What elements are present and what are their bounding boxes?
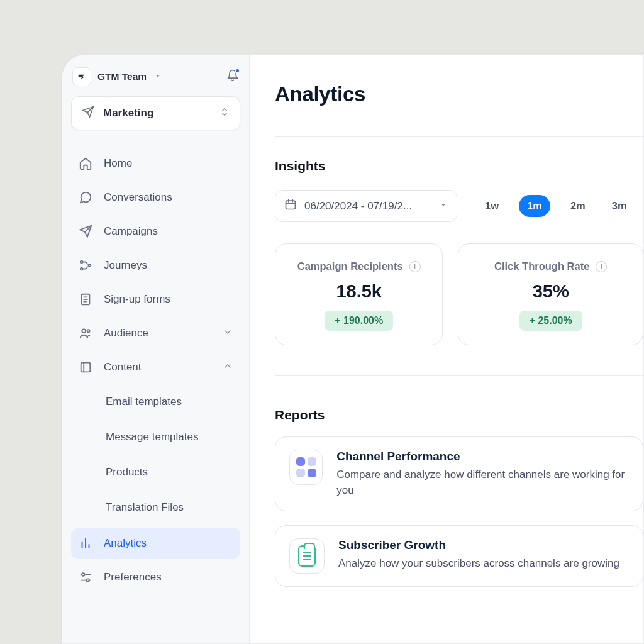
chevron-down-icon bbox=[154, 71, 162, 82]
brand-logo-icon bbox=[72, 67, 91, 86]
page-title: Analytics bbox=[275, 82, 643, 106]
team-switcher[interactable]: GTM Team bbox=[71, 66, 240, 92]
sidebar-item-label: Conversations bbox=[104, 191, 172, 204]
report-description: Compare and analyze how different channe… bbox=[336, 467, 629, 498]
card-value: 18.5k bbox=[288, 281, 430, 302]
date-range-picker[interactable]: 06/20/2024 - 07/19/2... bbox=[275, 190, 457, 222]
svg-rect-9 bbox=[286, 201, 296, 209]
branch-icon bbox=[79, 258, 92, 272]
insights-title: Insights bbox=[275, 158, 643, 174]
card-delta: + 190.00% bbox=[325, 311, 393, 331]
range-tabs: 1w 1m 2m 3m 6m 1y bbox=[479, 195, 643, 217]
report-title: Channel Performance bbox=[336, 450, 629, 464]
range-tab-3m[interactable]: 3m bbox=[606, 196, 633, 216]
reports-title: Reports bbox=[275, 408, 643, 423]
divider bbox=[275, 136, 643, 137]
card-label: Campaign Recipients bbox=[297, 260, 403, 272]
report-subscriber-growth[interactable]: Subscriber Growth Analyze how your subsc… bbox=[275, 525, 643, 587]
sliders-icon bbox=[79, 570, 92, 584]
svg-point-5 bbox=[87, 330, 89, 332]
range-tab-1m[interactable]: 1m bbox=[519, 195, 550, 217]
sidebar-item-home[interactable]: Home bbox=[71, 148, 240, 179]
insight-controls: 06/20/2024 - 07/19/2... 1w 1m 2m 3m 6m 1… bbox=[275, 190, 643, 222]
sidebar-item-label: Audience bbox=[104, 327, 148, 340]
chevron-down-icon bbox=[439, 200, 448, 213]
sidebar-item-audience[interactable]: Audience bbox=[71, 318, 240, 349]
app-window: GTM Team Marketing Home bbox=[62, 54, 644, 644]
notification-dot bbox=[235, 68, 240, 74]
svg-point-2 bbox=[89, 264, 91, 267]
card-campaign-recipients: Campaign Recipients i 18.5k + 190.00% bbox=[275, 243, 443, 345]
team-name: GTM Team bbox=[97, 71, 147, 82]
main-content: Analytics Insights 06/20/2024 - 07/19/2.… bbox=[250, 55, 643, 643]
sidebar-item-label: Campaigns bbox=[104, 225, 158, 238]
sidebar-item-label: Home bbox=[104, 157, 132, 170]
insight-cards: Campaign Recipients i 18.5k + 190.00% Cl… bbox=[275, 243, 643, 345]
range-tab-2m[interactable]: 2m bbox=[564, 196, 592, 216]
workspace-label: Marketing bbox=[103, 107, 153, 119]
report-channel-performance[interactable]: Channel Performance Compare and analyze … bbox=[275, 436, 643, 511]
sidebar-item-journeys[interactable]: Journeys bbox=[71, 250, 240, 281]
chevron-up-icon bbox=[223, 361, 233, 374]
svg-rect-6 bbox=[81, 363, 91, 372]
svg-point-4 bbox=[82, 329, 86, 333]
range-tab-1w[interactable]: 1w bbox=[479, 196, 505, 216]
sidebar-item-content[interactable]: Content bbox=[71, 352, 240, 383]
sidebar-subitem-email-templates[interactable]: Email templates bbox=[102, 384, 240, 419]
info-icon[interactable]: i bbox=[409, 261, 421, 272]
card-value: 35% bbox=[471, 281, 630, 302]
sidebar-nav: Home Conversations Campaigns Journeys Si… bbox=[71, 148, 240, 593]
card-click-through-rate: Click Through Rate i 35% + 25.00% bbox=[458, 243, 643, 345]
sidebar-item-analytics[interactable]: Analytics bbox=[71, 528, 240, 559]
sidebar-item-label: Preferences bbox=[104, 571, 162, 584]
paper-plane-icon bbox=[82, 106, 94, 121]
layout-icon bbox=[79, 360, 92, 374]
users-icon bbox=[79, 326, 92, 340]
calendar-icon bbox=[284, 198, 297, 214]
grid-app-icon bbox=[289, 450, 323, 485]
sidebar-item-signup-forms[interactable]: Sign-up forms bbox=[71, 284, 240, 315]
form-icon bbox=[79, 292, 92, 306]
clipboard-icon bbox=[289, 538, 325, 574]
sidebar-item-campaigns[interactable]: Campaigns bbox=[71, 216, 240, 247]
divider bbox=[275, 375, 643, 376]
chevron-updown-icon bbox=[219, 107, 230, 119]
card-label: Click Through Rate bbox=[494, 260, 589, 272]
info-icon[interactable]: i bbox=[596, 261, 607, 272]
sidebar-subitem-translation-files[interactable]: Translation Files bbox=[102, 490, 240, 525]
sidebar-item-label: Analytics bbox=[104, 537, 147, 550]
card-delta: + 25.00% bbox=[519, 311, 582, 331]
sidebar-content-submenu: Email templates Message templates Produc… bbox=[89, 384, 240, 525]
report-title: Subscriber Growth bbox=[338, 538, 619, 552]
sidebar-item-label: Sign-up forms bbox=[104, 293, 170, 306]
workspace-switcher[interactable]: Marketing bbox=[71, 96, 240, 130]
sidebar: GTM Team Marketing Home bbox=[62, 55, 250, 643]
sidebar-subitem-message-templates[interactable]: Message templates bbox=[102, 419, 240, 455]
sidebar-item-label: Content bbox=[104, 361, 142, 374]
svg-point-7 bbox=[82, 573, 85, 576]
date-range-value: 06/20/2024 - 07/19/2... bbox=[304, 200, 412, 213]
sidebar-item-preferences[interactable]: Preferences bbox=[71, 562, 240, 593]
home-icon bbox=[79, 157, 92, 170]
notifications-button[interactable] bbox=[226, 69, 239, 84]
chevron-down-icon bbox=[223, 327, 233, 340]
sidebar-item-label: Journeys bbox=[104, 259, 147, 272]
reports-section: Reports Channel Performance Compare and … bbox=[275, 408, 643, 587]
send-icon bbox=[79, 225, 92, 238]
report-description: Analyze how your subscribers across chan… bbox=[338, 556, 619, 572]
sidebar-item-conversations[interactable]: Conversations bbox=[71, 182, 240, 213]
sidebar-subitem-products[interactable]: Products bbox=[102, 455, 240, 490]
chat-icon bbox=[79, 191, 92, 204]
svg-point-8 bbox=[86, 579, 89, 582]
bar-chart-icon bbox=[79, 536, 92, 550]
